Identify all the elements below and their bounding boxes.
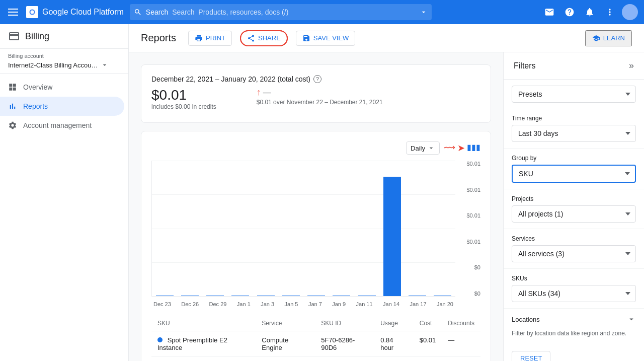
more-vert-icon xyxy=(605,7,615,17)
col-cost: Cost xyxy=(414,316,442,331)
granularity-select[interactable]: Daily xyxy=(406,141,440,155)
date-range: December 22, 2021 – January 20, 2022 (to… xyxy=(151,75,480,83)
col-service: Service xyxy=(256,316,315,331)
bar-jan20 xyxy=(430,161,455,296)
line-chart-icon[interactable]: ⟿ xyxy=(444,142,455,154)
time-range-wrapper: › Last 30 days xyxy=(512,125,636,142)
support-icon-btn[interactable] xyxy=(541,4,557,20)
locations-section[interactable]: Locations xyxy=(504,309,644,330)
col-usage: Usage xyxy=(374,316,414,331)
cost-summary-card: December 22, 2021 – January 20, 2022 (to… xyxy=(141,64,491,123)
services-select[interactable]: All services (3) xyxy=(512,245,636,262)
projects-filter: Projects All projects (1) xyxy=(504,189,644,229)
page-title: Reports xyxy=(141,32,176,44)
billing-account-section: Billing account Internet2-Class Billing … xyxy=(0,49,128,74)
cost-change-section: ↑ — $0.01 over November 22 – December 21… xyxy=(257,87,383,106)
trend-chart-icon[interactable]: ➤ xyxy=(457,142,465,154)
sidebar-item-label-account: Account management xyxy=(23,121,92,129)
print-button[interactable]: PRINT xyxy=(188,31,232,46)
hamburger-menu[interactable] xyxy=(6,7,20,18)
col-discounts: Discounts xyxy=(442,316,480,331)
granularity-dropdown-icon xyxy=(427,144,435,152)
notifications-icon-btn[interactable] xyxy=(582,4,598,20)
help-icon xyxy=(565,7,575,17)
group-by-wrapper: › SKU xyxy=(512,165,636,183)
search-label: Search xyxy=(146,8,168,16)
sidebar-item-account[interactable]: Account management xyxy=(0,116,124,135)
services-filter: Services All services (3) xyxy=(504,229,644,269)
bar-dec23 xyxy=(152,161,177,296)
billing-title: Billing xyxy=(25,31,49,42)
time-range-label: Time range xyxy=(512,115,636,122)
more-options-icon-btn[interactable] xyxy=(602,4,618,20)
up-arrow-icon: ↑ xyxy=(257,87,261,98)
sidebar-nav: Overview Reports Account management xyxy=(0,74,128,139)
skus-select[interactable]: All SKUs (34) xyxy=(512,285,636,302)
app-title: Google Cloud Platform xyxy=(42,8,124,17)
main-layout: Billing Billing account Internet2-Class … xyxy=(0,24,644,361)
cell-sku: Spot Preemptible E2 Instance xyxy=(151,331,256,357)
cost-change-desc: $0.01 over November 22 – December 21, 20… xyxy=(257,99,383,106)
save-view-button[interactable]: SAVE VIEW xyxy=(296,31,356,46)
billing-header: Billing xyxy=(0,24,128,49)
bar-jan9 xyxy=(329,161,354,296)
filters-collapse-icon[interactable]: » xyxy=(629,60,634,71)
presets-select[interactable]: Presets xyxy=(512,86,636,103)
report-area: December 22, 2021 – January 20, 2022 (to… xyxy=(129,52,503,361)
billing-account-select[interactable]: Internet2-Class Billing Account-Bu xyxy=(8,61,120,69)
dash-icon: — xyxy=(263,88,271,97)
share-button[interactable]: SHARE xyxy=(240,30,288,46)
filters-header: Filters » xyxy=(504,52,644,80)
sidebar-item-label-overview: Overview xyxy=(23,83,52,91)
bar-chart-icon xyxy=(8,102,17,111)
billing-account-name: Internet2-Class Billing Account-Bu xyxy=(8,61,99,69)
time-range-select[interactable]: Last 30 days xyxy=(512,125,636,142)
page-header: Reports PRINT SHARE SAVE VIEW LEARN xyxy=(129,24,644,52)
projects-wrapper: All projects (1) xyxy=(512,205,636,223)
support-icon xyxy=(544,7,554,17)
settings-icon xyxy=(8,121,17,130)
help-tooltip-icon[interactable]: ? xyxy=(313,75,321,83)
sidebar-item-overview[interactable]: Overview xyxy=(0,78,124,97)
table-row: Spot Preemptible E2 Instance Compute Eng… xyxy=(151,331,480,357)
bar-dec29 xyxy=(203,161,228,296)
search-icon xyxy=(134,8,142,16)
sku-table: SKU Service SKU ID Usage Cost Discounts xyxy=(151,316,480,357)
cost-main: $0.01 includes $0.00 in credits xyxy=(151,87,216,110)
print-icon xyxy=(195,34,203,42)
search-bar[interactable]: Search xyxy=(130,4,432,20)
grid-icon xyxy=(8,83,17,92)
app-logo: Google Cloud Platform xyxy=(26,6,124,18)
cell-service: Compute Engine xyxy=(256,331,315,357)
user-avatar[interactable] xyxy=(622,4,638,20)
group-by-label: Group by xyxy=(512,155,636,162)
chart-container: $0.01 $0.01 $0.01 $0.01 $0 $0 xyxy=(151,161,480,312)
google-cloud-icon xyxy=(26,6,38,18)
projects-select[interactable]: All projects (1) xyxy=(512,205,636,223)
learn-button[interactable]: LEARN xyxy=(585,30,632,46)
bar-jan1 xyxy=(228,161,253,296)
presets-section: Presets xyxy=(504,80,644,109)
skus-wrapper: All SKUs (34) xyxy=(512,285,636,302)
services-wrapper: All services (3) xyxy=(512,245,636,262)
group-by-select[interactable]: SKU xyxy=(512,165,636,183)
services-label: Services xyxy=(512,235,636,242)
filters-panel: Filters » Presets Time range › Last 30 d… xyxy=(503,52,644,361)
reset-button[interactable]: RESET xyxy=(512,351,550,361)
cell-cost: $0.01 xyxy=(414,331,442,357)
chart-controls: Daily ⟿ ➤ ▮▮▮ xyxy=(151,141,480,155)
nav-icons xyxy=(541,4,638,20)
search-input[interactable] xyxy=(172,8,416,16)
bar-jan5 xyxy=(278,161,303,296)
cell-usage: 0.84 hour xyxy=(374,331,414,357)
chart-card: Daily ⟿ ➤ ▮▮▮ xyxy=(141,131,491,361)
sku-color-dot xyxy=(157,337,163,342)
bar-chart-toggle-icon[interactable]: ▮▮▮ xyxy=(467,142,480,154)
search-dropdown-icon[interactable] xyxy=(420,8,428,16)
sidebar-item-reports[interactable]: Reports xyxy=(0,97,124,116)
billing-account-label: Billing account xyxy=(8,53,120,59)
bar-jan14 xyxy=(379,161,405,296)
help-icon-btn[interactable] xyxy=(561,4,578,20)
cell-sku-id: 5F70-6286-90D6 xyxy=(315,331,374,357)
sidebar-item-label-reports: Reports xyxy=(23,102,48,110)
